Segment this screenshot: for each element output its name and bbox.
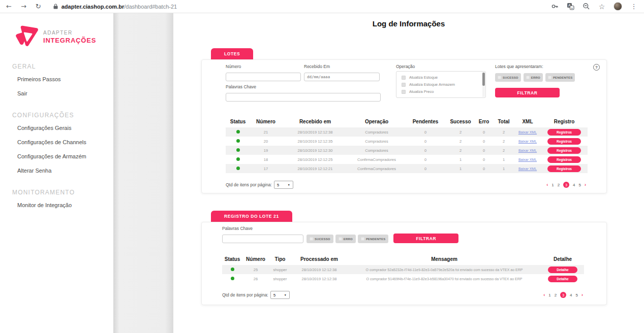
- sidebar-item-monitor-integracao[interactable]: Monitor de Integração: [12, 198, 113, 212]
- sidebar-item-configuracoes-armazem[interactable]: Configurações de Armazém: [12, 149, 113, 163]
- status-filter-checkbox[interactable]: SUCESSO: [306, 235, 333, 243]
- baixar-xml-link[interactable]: Baixar XML: [518, 140, 537, 143]
- sidebar: ADAPTER INTEGRAÇÕES GERAL Primeiros Pass…: [0, 13, 113, 333]
- prev-page-arrow[interactable]: ‹: [546, 182, 548, 187]
- detalhe-button[interactable]: Detalhe: [548, 267, 577, 273]
- page-3-active[interactable]: 3: [563, 182, 569, 188]
- translate-icon[interactable]: Aa: [566, 3, 574, 11]
- checkbox-icon: [548, 76, 551, 79]
- menu-header-geral: GERAL: [12, 63, 113, 70]
- baixar-xml-link[interactable]: Baixar XML: [518, 167, 537, 171]
- operacao-option[interactable]: Atualiza Preco: [402, 89, 479, 94]
- checkbox-icon: [339, 237, 342, 241]
- sidebar-item-primeiros-passos[interactable]: Primeiros Passos: [12, 72, 113, 86]
- page-3-active[interactable]: 3: [560, 292, 566, 298]
- zoom-out-icon[interactable]: [582, 3, 590, 11]
- cell-processado-em: 28/10/2019 12:12:38: [291, 265, 347, 274]
- cell-erro: 0: [475, 146, 493, 155]
- reload-icon[interactable]: ↻: [36, 3, 41, 10]
- cell-recebido-em: 28/10/2019 12:12:38: [282, 127, 349, 137]
- prev-page-arrow[interactable]: ‹: [543, 292, 545, 297]
- sidebar-item-configuracoes-gerais[interactable]: Configurações Gerais: [12, 121, 113, 135]
- column-header: Erro: [475, 117, 493, 127]
- column-header: Número: [250, 117, 282, 127]
- browser-menu-icon[interactable]: ⋮: [630, 3, 638, 11]
- content-gutter: [113, 13, 173, 333]
- page-4[interactable]: 4: [570, 293, 572, 297]
- back-icon[interactable]: ←: [6, 3, 12, 10]
- column-header: Recebido em: [282, 117, 349, 127]
- forward-icon[interactable]: →: [21, 3, 26, 10]
- address-bar[interactable]: adapter.ciashop.com.br/dashboard#batch-2…: [53, 4, 550, 10]
- page-5[interactable]: 5: [576, 293, 578, 297]
- sidebar-item-configuracoes-channels[interactable]: Configurações de Channels: [12, 135, 113, 149]
- cell-registro: Registros: [541, 127, 588, 137]
- checkbox-icon: [310, 237, 313, 241]
- detalhe-button[interactable]: Detalhe: [548, 276, 577, 282]
- baixar-xml-link[interactable]: Baixar XML: [518, 149, 537, 152]
- bookmark-star-icon[interactable]: ☆: [598, 3, 606, 11]
- qtd-itens-label: Qtd de itens por página:: [226, 182, 272, 187]
- lotes-table-header-row: StatusNúmeroRecebido emOperaçãoPendentes…: [226, 117, 588, 127]
- sidebar-item-sair[interactable]: Sair: [12, 86, 113, 101]
- cell-numero: 18: [250, 155, 282, 164]
- lotes-apresentaram-label: Lotes que apresentaram:: [495, 64, 560, 69]
- checkbox-icon[interactable]: [402, 83, 406, 87]
- scrollbar-thumb[interactable]: [482, 73, 485, 86]
- baixar-xml-link[interactable]: Baixar XML: [518, 130, 537, 134]
- cell-status: [226, 127, 250, 137]
- numero-input[interactable]: [226, 73, 301, 81]
- cell-processado-em: 28/10/2019 12:12:38: [291, 274, 347, 283]
- registros-palavras-chave-input[interactable]: [222, 235, 303, 243]
- lote-row: 19 28/10/2019 12:12:30 Compradores 0 2 0…: [226, 146, 588, 155]
- filtrar-button[interactable]: FILTRAR: [495, 88, 560, 97]
- page-1[interactable]: 1: [551, 183, 554, 187]
- lotes-section: LOTES ? Número Recebido Em: [201, 48, 607, 193]
- page-2[interactable]: 2: [558, 183, 560, 187]
- next-page-arrow[interactable]: ›: [581, 292, 583, 297]
- page-size-select[interactable]: 5 ▼: [270, 291, 290, 299]
- cell-numero: 25: [242, 265, 269, 274]
- cell-sucesso: 1: [446, 155, 475, 164]
- column-header: Número: [242, 254, 269, 265]
- cell-detalhe: Detalhe: [541, 265, 584, 274]
- baixar-xml-link[interactable]: Baixar XML: [518, 158, 537, 161]
- status-filter-checkbox[interactable]: PENDENTES: [358, 235, 388, 243]
- page-5[interactable]: 5: [579, 183, 581, 187]
- registros-button[interactable]: Registros: [547, 129, 581, 136]
- sidebar-item-alterar-senha[interactable]: Alterar Senha: [12, 163, 113, 178]
- cell-pendentes: 0: [405, 164, 446, 173]
- operacao-option[interactable]: Atualiza Estoque Armazem: [402, 82, 479, 87]
- profile-avatar[interactable]: [614, 2, 622, 11]
- status-filter-checkbox[interactable]: ERRO: [524, 73, 543, 82]
- registros-filtrar-button[interactable]: FILTRAR: [393, 234, 458, 243]
- registros-button[interactable]: Registros: [547, 156, 581, 163]
- registros-button[interactable]: Registros: [547, 165, 581, 172]
- checkbox-icon[interactable]: [402, 76, 406, 80]
- tab-lotes[interactable]: LOTES: [211, 48, 253, 59]
- operacao-listbox[interactable]: Atualiza Estoque Atualiza Estoque Armaze…: [396, 71, 486, 98]
- page-4[interactable]: 4: [573, 183, 575, 187]
- scrollbar[interactable]: [482, 72, 485, 97]
- status-filter-checkbox[interactable]: PENDENTES: [545, 73, 575, 82]
- operacao-option[interactable]: Atualiza Estoque: [402, 75, 479, 80]
- numero-label: Número: [226, 64, 301, 69]
- registros-filters: Palavras Chave SUCESSO: [222, 226, 583, 243]
- status-filter-checkbox[interactable]: ERRO: [335, 235, 356, 243]
- tab-registro-do-lote[interactable]: REGISTRO DO LOTE 21: [211, 211, 292, 222]
- page-size-select[interactable]: 5 ▼: [274, 181, 293, 189]
- registros-button[interactable]: Registros: [547, 147, 581, 154]
- help-icon[interactable]: ?: [593, 64, 600, 71]
- status-success-dot: [236, 166, 240, 170]
- palavras-chave-input[interactable]: [226, 93, 381, 102]
- recebido-em-input[interactable]: [304, 73, 380, 81]
- status-filter-checkbox[interactable]: SUCESSO: [495, 73, 521, 82]
- next-page-arrow[interactable]: ›: [585, 182, 586, 187]
- page-2[interactable]: 2: [555, 293, 557, 297]
- palavras-chave-label: Palavras Chave: [226, 84, 381, 89]
- checkbox-icon[interactable]: [402, 90, 406, 94]
- registros-button[interactable]: Registros: [547, 138, 581, 145]
- page-1[interactable]: 1: [548, 293, 550, 297]
- password-key-icon[interactable]: [550, 3, 559, 11]
- browser-toolbar: ← → ↻ adapter.ciashop.com.br/dashboard#b…: [0, 0, 644, 13]
